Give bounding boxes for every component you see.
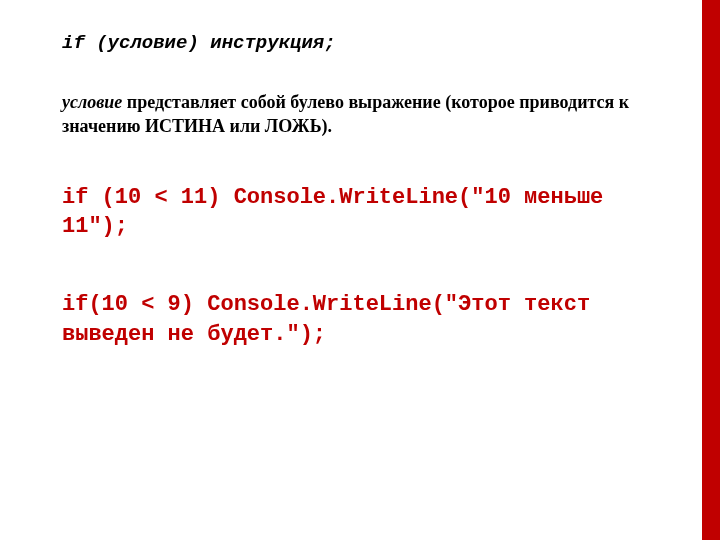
- if-syntax: if (условие) инструкция;: [62, 32, 670, 54]
- description-italic: условие: [62, 92, 122, 112]
- red-accent-bar: [702, 0, 720, 540]
- description-text: условие представляет собой булево выраже…: [62, 90, 670, 139]
- slide-content: if (условие) инструкция; условие предста…: [0, 0, 720, 540]
- code-example-2: if(10 < 9) Console.WriteLine("Этот текст…: [62, 290, 670, 349]
- code-example-1: if (10 < 11) Console.WriteLine("10 меньш…: [62, 183, 670, 242]
- description-rest: представляет собой булево выражение (кот…: [62, 92, 629, 136]
